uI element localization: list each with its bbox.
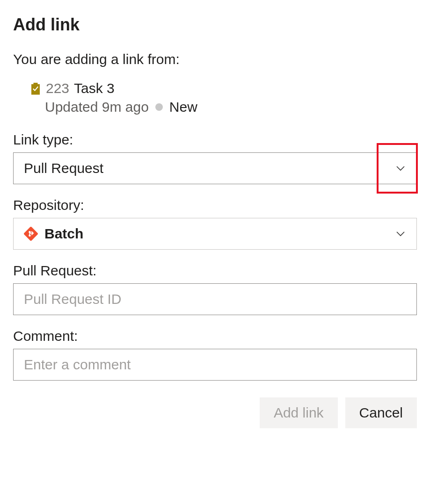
intro-text: You are adding a link from:: [13, 51, 417, 67]
comment-input[interactable]: [13, 349, 417, 381]
work-item-state: New: [169, 99, 197, 115]
cancel-button[interactable]: Cancel: [345, 397, 417, 428]
button-row: Add link Cancel: [13, 397, 417, 428]
pull-request-label: Pull Request:: [13, 263, 417, 279]
link-type-value: Pull Request: [24, 160, 103, 176]
chevron-down-icon: [395, 163, 406, 174]
repository-label: Repository:: [13, 197, 417, 213]
task-icon: [30, 82, 41, 95]
work-item-id: 223: [46, 80, 69, 96]
repository-select[interactable]: Batch: [13, 218, 417, 250]
state-dot-icon: [155, 103, 163, 111]
git-repo-icon: [24, 227, 38, 241]
add-link-button[interactable]: Add link: [260, 397, 338, 428]
chevron-down-icon: [395, 228, 406, 239]
pull-request-input[interactable]: [13, 283, 417, 315]
comment-label: Comment:: [13, 328, 417, 344]
dialog-title: Add link: [13, 15, 417, 35]
link-type-label: Link type:: [13, 132, 417, 148]
repository-value: Batch: [44, 226, 83, 242]
svg-rect-0: [24, 227, 38, 241]
work-item-updated: Updated 9m ago: [45, 99, 149, 115]
work-item-card: 223 Task 3 Updated 9m ago New: [30, 80, 417, 115]
work-item-title: Task 3: [74, 80, 115, 96]
link-type-select[interactable]: Pull Request: [13, 152, 417, 184]
